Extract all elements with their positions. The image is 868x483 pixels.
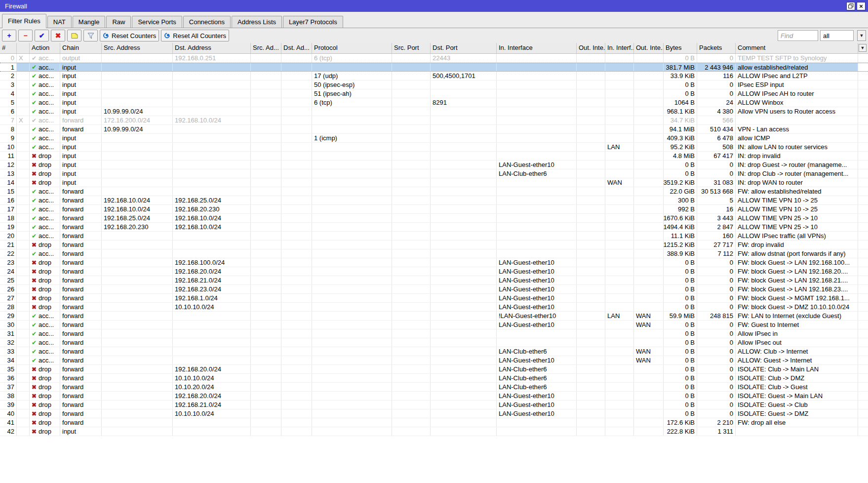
- filter-scope-select[interactable]: all: [820, 30, 854, 41]
- rule-row-40[interactable]: 40✖dropforward10.10.10.0/24LAN-Guest-eth…: [0, 409, 868, 418]
- rule-row-30[interactable]: 30✔acc...forwardLAN-Guest-ether10WAN0 B0…: [0, 321, 868, 329]
- rule-row-23[interactable]: 23✖dropforward192.168.100.0/24LAN-Guest-…: [0, 258, 868, 267]
- rule-row-35[interactable]: 35✖dropforward192.168.20.0/24LAN-Club-et…: [0, 365, 868, 374]
- filter-scope-dropdown-button[interactable]: ▼: [857, 30, 866, 41]
- rule-row-12[interactable]: 12✖dropinputLAN-Guest-ether100 B0IN: dro…: [0, 161, 868, 169]
- find-input[interactable]: [778, 30, 818, 41]
- cell-flag: [17, 187, 30, 196]
- cell-in_interface: LAN-Guest-ether10: [497, 356, 577, 364]
- close-button[interactable]: ×: [857, 2, 866, 10]
- cell-comment: ALLOW: Club -> Internet: [736, 347, 858, 356]
- column-header-src_address[interactable]: Src. Address: [102, 43, 173, 53]
- rule-row-22[interactable]: 22✔acc...forward388.9 KiB7 112FW: allow …: [0, 249, 868, 258]
- restore-button[interactable]: [846, 2, 855, 10]
- rule-row-25[interactable]: 25✖dropforward192.168.21.0/24LAN-Guest-e…: [0, 276, 868, 285]
- cell-action: ✖drop: [30, 392, 60, 400]
- rule-row-42[interactable]: 42✖dropinput222.8 KiB1 311: [0, 427, 868, 436]
- rule-row-28[interactable]: 28✖dropforward10.10.10.0/24LAN-Guest-eth…: [0, 303, 868, 312]
- rule-row-6[interactable]: 6✔acc...input10.99.99.0/24968.1 KiB4 380…: [0, 107, 868, 116]
- column-header-packets[interactable]: Packets: [697, 43, 736, 53]
- cell-comment: ALLOW IPsec and L2TP: [736, 72, 858, 80]
- column-header-src_ad[interactable]: Src. Ad...: [251, 43, 281, 53]
- tab-filter-rules[interactable]: Filter Rules: [2, 14, 46, 28]
- rule-row-19[interactable]: 19✔acc...forward192.168.20.230192.168.10…: [0, 223, 868, 232]
- disable-button[interactable]: ✖: [51, 30, 65, 41]
- cell-out_interface_list: [634, 392, 664, 400]
- rule-row-8[interactable]: 8✔acc...forward10.99.99.0/2494.1 MiB510 …: [0, 125, 868, 134]
- remove-button[interactable]: −: [18, 30, 33, 41]
- cell-dst_port: [431, 125, 497, 133]
- column-header-in_interface_list[interactable]: In. Interf...: [605, 43, 634, 53]
- column-config-button[interactable]: ▼: [859, 44, 867, 52]
- cell-in_interface: LAN-Guest-ether10: [497, 303, 577, 311]
- rule-row-29[interactable]: 29✔acc...forward!LAN-Guest-ether10LANWAN…: [0, 312, 868, 321]
- cell-out_interface_list: [634, 267, 664, 276]
- rule-row-16[interactable]: 16✔acc...forward192.168.10.0/24192.168.2…: [0, 196, 868, 205]
- rule-row-9[interactable]: 9✔acc...input1 (icmp)409.3 KiB6 478allow…: [0, 134, 868, 143]
- tab-nat[interactable]: NAT: [47, 16, 72, 28]
- rule-row-21[interactable]: 21✖dropforward1215.2 KiB27 717FW: drop i…: [0, 241, 868, 249]
- tab-connections[interactable]: Connections: [183, 16, 231, 28]
- rule-row-0[interactable]: 0X✔acc...output192.168.0.2516 (tcp)22443…: [0, 54, 868, 63]
- rule-row-18[interactable]: 18✔acc...forward192.168.25.0/24192.168.1…: [0, 214, 868, 223]
- cell-chain: forward: [60, 303, 102, 311]
- rule-row-24[interactable]: 24✖dropforward192.168.20.0/24LAN-Guest-e…: [0, 267, 868, 276]
- rule-row-34[interactable]: 34✔acc...forwardLAN-Guest-ether10WAN0 B0…: [0, 356, 868, 365]
- rule-row-7[interactable]: 7X✔acc...forward172.16.200.0/24192.168.1…: [0, 116, 868, 125]
- rule-row-27[interactable]: 27✖dropforward192.168.1.0/24LAN-Guest-et…: [0, 294, 868, 303]
- add-button[interactable]: +: [2, 30, 16, 41]
- column-header-out_interface_list[interactable]: Out. Inte...: [634, 43, 664, 53]
- rule-row-20[interactable]: 20✔acc...forward11.1 KiB160ALLOW IPsec t…: [0, 232, 868, 241]
- rule-row-31[interactable]: 31✔acc...forward0 B0Allow IPsec in: [0, 329, 868, 338]
- column-header-out_interface[interactable]: Out. Inte...: [577, 43, 605, 53]
- rule-row-26[interactable]: 26✖dropforward192.168.23.0/24LAN-Guest-e…: [0, 285, 868, 294]
- enable-button[interactable]: ✔: [35, 30, 49, 41]
- column-header-flag[interactable]: [17, 43, 30, 53]
- rule-row-1[interactable]: 1✔acc...input381.7 MiB2 443 946allow est…: [0, 63, 868, 72]
- chevron-down-icon: ▼: [861, 45, 865, 50]
- cell-chain: forward: [60, 321, 102, 329]
- comment-button[interactable]: [67, 30, 81, 41]
- cell-out_interface: [577, 125, 605, 133]
- column-header-num[interactable]: #: [0, 43, 17, 53]
- column-header-bytes[interactable]: Bytes: [664, 43, 697, 53]
- rule-row-13[interactable]: 13✖dropinputLAN-Club-ether60 B0IN: drop …: [0, 169, 868, 178]
- column-header-dst_port[interactable]: Dst. Port: [431, 43, 497, 53]
- rule-row-38[interactable]: 38✖dropforward192.168.20.0/24LAN-Guest-e…: [0, 392, 868, 401]
- rule-row-3[interactable]: 3✔acc...input50 (ipsec-esp)0 B0IPsec ESP…: [0, 80, 868, 89]
- rule-row-5[interactable]: 5✔acc...input6 (tcp)82911064 B24ALLOW Wi…: [0, 98, 868, 107]
- rule-row-36[interactable]: 36✖dropforward10.10.10.0/24LAN-Club-ethe…: [0, 374, 868, 383]
- rule-row-4[interactable]: 4✔acc...input51 (ipsec-ah)0 B0ALLOW IPse…: [0, 89, 868, 98]
- reset-counters-button[interactable]: Reset Counters: [100, 30, 159, 41]
- rule-row-10[interactable]: 10✔acc...inputLAN95.2 KiB508IN: allow LA…: [0, 143, 868, 152]
- column-header-comment[interactable]: Comment: [736, 43, 858, 53]
- tab-layer7-protocols[interactable]: Layer7 Protocols: [283, 16, 343, 28]
- rule-row-17[interactable]: 17✔acc...forward192.168.10.0/24192.168.2…: [0, 205, 868, 214]
- rule-row-39[interactable]: 39✖dropforward192.168.21.0/24LAN-Guest-e…: [0, 401, 868, 409]
- tab-raw[interactable]: Raw: [106, 16, 131, 28]
- cell-dst_address: [173, 418, 251, 427]
- rule-row-32[interactable]: 32✔acc...forward0 B0Allow IPsec out: [0, 338, 868, 347]
- column-header-action[interactable]: Action: [30, 43, 60, 53]
- rule-row-11[interactable]: 11✖dropinput4.8 MiB67 417IN: drop invali…: [0, 152, 868, 161]
- rule-row-33[interactable]: 33✔acc...forwardLAN-Club-ether6WAN0 B0AL…: [0, 347, 868, 356]
- reset-all-counters-button[interactable]: Reset All Counters: [161, 30, 229, 41]
- rule-row-2[interactable]: 2✔acc...input17 (udp)500,4500,170133.9 K…: [0, 72, 868, 80]
- cell-src_port: [392, 143, 431, 151]
- rule-row-14[interactable]: 14✖dropinputWAN3519.2 KiB31 083IN: drop …: [0, 178, 868, 187]
- tab-address-lists[interactable]: Address Lists: [232, 16, 282, 28]
- column-header-src_port[interactable]: Src. Port: [392, 43, 431, 53]
- column-header-in_interface[interactable]: In. Interface: [497, 43, 577, 53]
- column-header-dst_address[interactable]: Dst. Address: [173, 43, 251, 53]
- action-label: drop: [39, 178, 51, 187]
- filter-button[interactable]: [83, 30, 98, 41]
- column-header-protocol[interactable]: Protocol: [312, 43, 392, 53]
- rule-row-15[interactable]: 15✔acc...forward22.0 GiB30 513 668FW: al…: [0, 187, 868, 196]
- tab-service-ports[interactable]: Service Ports: [132, 16, 182, 28]
- tab-mangle[interactable]: Mangle: [73, 16, 106, 28]
- rule-row-41[interactable]: 41✖dropforward172.6 KiB2 210FW: drop all…: [0, 418, 868, 427]
- column-header-chain[interactable]: Chain: [60, 43, 102, 53]
- cell-src_address: [102, 80, 173, 89]
- rule-row-37[interactable]: 37✖dropforward10.10.20.0/24LAN-Club-ethe…: [0, 383, 868, 392]
- column-header-dst_ad[interactable]: Dst. Ad...: [281, 43, 312, 53]
